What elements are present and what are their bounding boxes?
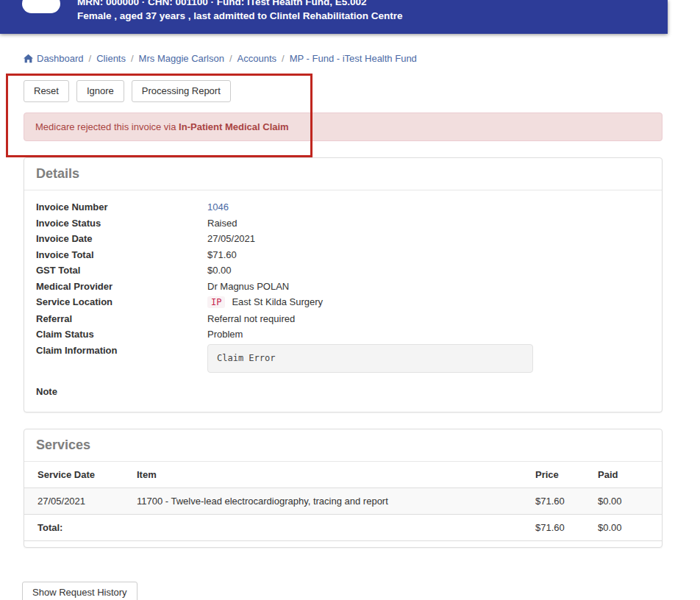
invoice-total-label: Invoice Total <box>36 247 207 263</box>
breadcrumb-separator: / <box>282 53 285 64</box>
service-item-cell: 11700 - Twelve-lead electrocardiography,… <box>131 488 529 514</box>
ignore-button[interactable]: Ignore <box>76 80 124 102</box>
invoice-status-value: Raised <box>207 215 237 232</box>
claim-information-label: Claim Information <box>36 343 207 380</box>
invoice-date-value: 27/05/2021 <box>207 231 255 247</box>
breadcrumb: Dashboard / Clients / Mrs Maggie Carlson… <box>24 53 700 64</box>
processing-report-button[interactable]: Processing Report <box>132 80 231 102</box>
invoice-status-label: Invoice Status <box>36 215 207 232</box>
detail-row-claim-status: Claim Status Problem <box>36 326 650 343</box>
detail-row-referral: Referral Referral not required <box>36 311 650 327</box>
breadcrumb-client-name[interactable]: Mrs Maggie Carlson <box>139 53 224 64</box>
total-paid-cell: $0.00 <box>592 514 662 540</box>
reset-button[interactable]: Reset <box>24 80 69 102</box>
referral-value: Referral not required <box>207 311 295 327</box>
services-total-row: Total: $71.60 $0.00 <box>24 514 662 540</box>
detail-row-claim-information: Claim Information Claim Error <box>36 343 650 380</box>
detail-row-service-location: Service Location IPEast St Kilda Surgery <box>36 294 650 311</box>
breadcrumb-label: Dashboard <box>37 53 84 64</box>
gst-total-label: GST Total <box>36 262 207 279</box>
detail-row-invoice-total: Invoice Total $71.60 <box>36 247 650 263</box>
patient-meta-line: MRN: 000000 · CHN: 001100 · Fund: iTest … <box>77 0 668 9</box>
service-price-cell: $71.60 <box>529 488 592 514</box>
home-icon <box>24 54 33 63</box>
column-service-date: Service Date <box>24 462 131 488</box>
show-request-history-button[interactable]: Show Request History <box>22 582 138 600</box>
details-card: Details Invoice Number 1046 Invoice Stat… <box>24 157 662 413</box>
services-card-title: Services <box>24 429 662 462</box>
invoice-date-label: Invoice Date <box>36 231 207 247</box>
detail-row-medical-provider: Medical Provider Dr Magnus POLAN <box>36 279 650 295</box>
claim-status-value: Problem <box>207 326 243 343</box>
service-location-label: Service Location <box>36 294 207 311</box>
detail-row-gst-total: GST Total $0.00 <box>36 262 650 279</box>
patient-summary-line: Female , aged 37 years , last admitted t… <box>77 9 668 23</box>
breadcrumb-separator: / <box>229 53 232 64</box>
referral-label: Referral <box>36 311 207 327</box>
detail-row-invoice-status: Invoice Status Raised <box>36 215 650 232</box>
total-spacer <box>131 514 529 540</box>
patient-banner: MRN: 000000 · CHN: 001100 · Fund: iTest … <box>0 0 668 34</box>
service-date-cell: 27/05/2021 <box>24 488 131 514</box>
total-label: Total: <box>24 514 131 540</box>
total-price-cell: $71.60 <box>529 514 592 540</box>
invoice-total-value: $71.60 <box>207 247 237 263</box>
breadcrumb-separator: / <box>89 53 92 64</box>
column-paid: Paid <box>592 462 662 488</box>
details-card-title: Details <box>24 158 662 190</box>
column-price: Price <box>529 462 592 488</box>
service-location-value: East St Kilda Surgery <box>232 296 323 307</box>
invoice-number-link[interactable]: 1046 <box>207 201 229 213</box>
medical-provider-label: Medical Provider <box>36 279 207 295</box>
alert-message: Medicare rejected this invoice via <box>35 121 176 132</box>
breadcrumb-separator: / <box>131 53 134 64</box>
breadcrumb-dashboard[interactable]: Dashboard <box>24 53 84 64</box>
detail-row-invoice-date: Invoice Date 27/05/2021 <box>36 231 650 247</box>
breadcrumb-accounts[interactable]: Accounts <box>238 53 276 64</box>
service-paid-cell: $0.00 <box>592 488 662 514</box>
detail-row-note: Note <box>36 384 650 400</box>
app-logo <box>22 0 60 13</box>
medical-provider-value: Dr Magnus POLAN <box>207 279 289 295</box>
breadcrumb-account-fund[interactable]: MP - Fund - iTest Health Fund <box>290 53 417 64</box>
services-card: Services Service Date Item Price Paid 27… <box>24 429 662 548</box>
in-patient-medical-claim-link[interactable]: In-Patient Medical Claim <box>179 121 289 132</box>
detail-row-invoice-number: Invoice Number 1046 <box>36 199 650 215</box>
column-item: Item <box>131 462 529 488</box>
invoice-number-label: Invoice Number <box>36 199 207 215</box>
gst-total-value: $0.00 <box>207 262 232 279</box>
medicare-rejection-alert: Medicare rejected this invoice via In-Pa… <box>24 113 662 141</box>
breadcrumb-clients[interactable]: Clients <box>96 53 126 64</box>
note-label: Note <box>36 384 207 400</box>
claim-status-label: Claim Status <box>36 326 207 343</box>
services-table: Service Date Item Price Paid 27/05/2021 … <box>24 462 662 541</box>
service-row: 27/05/2021 11700 - Twelve-lead electroca… <box>24 488 662 514</box>
claim-information-box: Claim Error <box>207 344 533 374</box>
services-header-row: Service Date Item Price Paid <box>24 462 662 488</box>
invoice-toolbar: Reset Ignore Processing Report <box>24 80 700 102</box>
service-location-code: IP <box>207 296 225 308</box>
